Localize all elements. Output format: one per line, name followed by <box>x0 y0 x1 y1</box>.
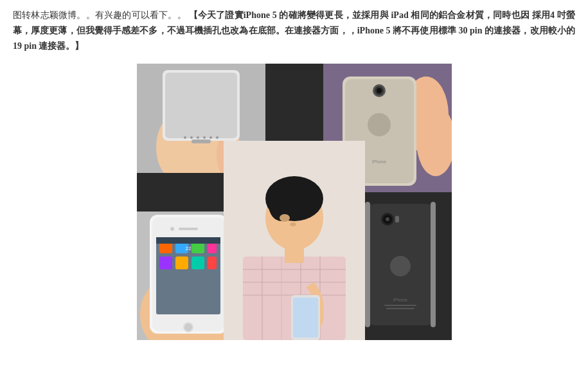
svg-point-73 <box>390 256 411 276</box>
svg-text:iPhone: iPhone <box>372 159 386 164</box>
svg-rect-59 <box>156 237 220 244</box>
svg-rect-58 <box>208 256 217 269</box>
svg-point-39 <box>290 222 296 226</box>
svg-point-12 <box>216 136 218 139</box>
text-intro: 图转林志颖微博。。有兴趣的可以看下。。 <box>13 10 186 20</box>
svg-point-8 <box>190 136 193 139</box>
svg-point-7 <box>184 136 186 139</box>
article-text: 图转林志颖微博。。有兴趣的可以看下。。 【今天了證實iPhone 5 的確將變得… <box>13 8 575 53</box>
svg-point-22 <box>377 88 382 93</box>
svg-rect-77 <box>395 216 399 222</box>
svg-rect-71 <box>365 202 370 327</box>
svg-point-19 <box>368 113 391 136</box>
svg-rect-6 <box>165 73 237 138</box>
svg-rect-56 <box>175 256 188 269</box>
svg-rect-62 <box>179 228 198 230</box>
svg-rect-80 <box>386 308 414 309</box>
svg-point-38 <box>280 214 290 222</box>
svg-rect-79 <box>384 305 416 306</box>
svg-text:iPhone: iPhone <box>393 298 407 302</box>
page-container: 图转林志颖微博。。有兴趣的可以看下。。 【今天了證實iPhone 5 的確將變得… <box>0 0 588 353</box>
svg-point-63 <box>170 227 174 231</box>
svg-text:22: 22 <box>185 246 191 251</box>
svg-rect-72 <box>431 202 436 327</box>
svg-rect-57 <box>192 256 204 269</box>
svg-rect-13 <box>192 140 211 143</box>
image-center: iPhone <box>224 141 365 340</box>
svg-rect-41 <box>293 298 318 338</box>
svg-point-76 <box>386 217 389 221</box>
image-collage: iPhone <box>13 64 575 340</box>
svg-point-11 <box>209 136 212 139</box>
svg-point-10 <box>203 136 206 139</box>
svg-point-61 <box>184 323 192 331</box>
collage-wrapper: iPhone <box>137 64 452 340</box>
svg-rect-55 <box>159 256 172 269</box>
svg-point-9 <box>197 136 199 139</box>
